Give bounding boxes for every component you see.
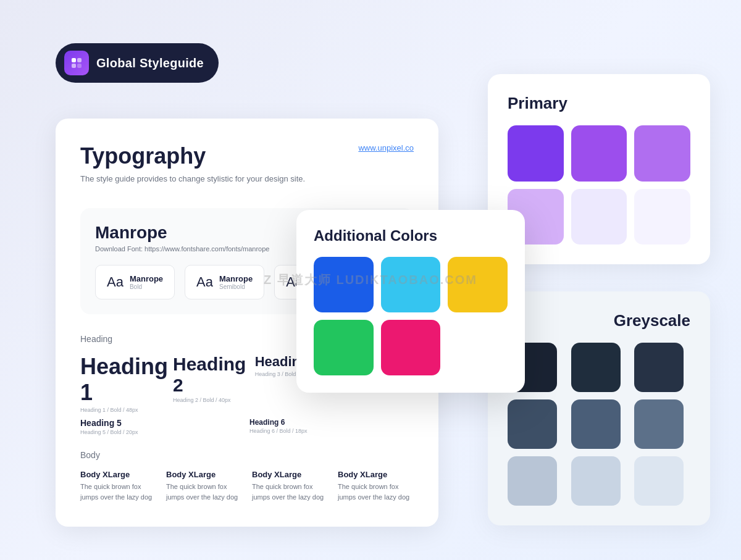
body-label-3: Body XLarge [252,470,328,479]
header: Global Styleguide [56,43,219,83]
primary-swatch-5 [571,189,627,245]
additional-swatch-empty [448,320,508,375]
typography-desc: The style guide provides to change styli… [80,174,414,183]
body-label-4: Body XLarge [338,470,414,479]
body-item-2: Body XLarge The quick brown fox jumps ov… [166,470,242,502]
primary-swatch-2 [571,125,627,182]
grey-swatch-9 [634,456,684,506]
svg-rect-0 [72,58,76,62]
headings-grid2: Heading 5 Heading 5 / Bold / 20px Headin… [80,418,414,435]
body-text-3: The quick brown fox jumps over the lazy … [252,482,328,502]
font-variant-bold: Aa Manrope Bold [95,265,175,299]
font-variant-style-semibold: Semibold [219,283,253,290]
font-variant-name-bold: Manrope [130,274,163,283]
body-grid: Body XLarge The quick brown fox jumps ov… [80,470,414,502]
body-text-4: The quick brown fox jumps over the lazy … [338,482,414,502]
logo-icon [64,51,89,75]
heading-5-meta: Heading 5 / Bold / 20px [80,429,245,435]
watermark: Z 早道大师 LUDIKTAOBAO.COM [264,272,477,288]
primary-swatch-3 [634,125,690,182]
grey-swatch-5 [571,399,621,449]
primary-title: Primary [508,94,690,113]
primary-swatch-6 [634,189,690,245]
additional-card: Additional Colors [296,210,525,393]
heading-1-meta: Heading 1 / Bold / 48px [80,407,168,413]
svg-rect-2 [72,64,76,68]
logo-title: Global Styleguide [96,56,204,70]
body-text-1: The quick brown fox jumps over the lazy … [80,482,156,502]
font-variant-semibold: Aa Manrope Semibold [185,265,264,299]
font-variant-name-semibold: Manrope [219,274,253,283]
typography-heading: Typography [80,143,206,169]
body-item-3: Body XLarge The quick brown fox jumps ov… [252,470,328,502]
primary-color-grid [508,125,690,244]
grey-swatch-2 [571,343,621,392]
body-label-2: Body XLarge [166,470,242,479]
body-label-1: Body XLarge [80,470,156,479]
heading-6-meta: Heading 6 / Bold / 18px [249,428,414,434]
heading-2: Heading 2 Heading 2 / Bold / 40px [173,354,250,413]
greyscale-title: Greyscale [508,311,690,330]
grey-swatch-8 [571,456,621,506]
heading-6: Heading 6 Heading 6 / Bold / 18px [249,418,414,435]
additional-swatch-green [314,320,374,375]
body-label: Body [80,450,414,460]
body-text-2: The quick brown fox jumps over the lazy … [166,482,242,502]
heading-5: Heading 5 Heading 5 / Bold / 20px [80,418,245,435]
heading-1: Heading 1 Heading 1 / Bold / 48px [80,354,168,413]
font-aa-bold: Aa [107,274,124,290]
additional-swatch-pink [381,320,441,375]
font-aa-semibold: Aa [196,274,213,290]
logo-pill: Global Styleguide [56,43,219,83]
body-section: Body Body XLarge The quick brown fox jum… [80,450,414,502]
additional-title: Additional Colors [314,227,508,244]
body-item-1: Body XLarge The quick brown fox jumps ov… [80,470,156,502]
body-item-4: Body XLarge The quick brown fox jumps ov… [338,470,414,502]
grey-swatch-3 [634,343,684,392]
grey-swatch-4 [508,399,557,449]
font-variant-style-bold: Bold [130,283,163,290]
website-link[interactable]: www.unpixel.co [358,143,414,153]
heading-2-meta: Heading 2 / Bold / 40px [173,397,250,403]
grey-swatch-6 [634,399,684,449]
greyscale-color-grid [508,343,690,506]
primary-swatch-1 [508,125,564,182]
svg-rect-1 [77,58,82,62]
svg-rect-3 [77,64,82,68]
grey-swatch-7 [508,456,557,506]
